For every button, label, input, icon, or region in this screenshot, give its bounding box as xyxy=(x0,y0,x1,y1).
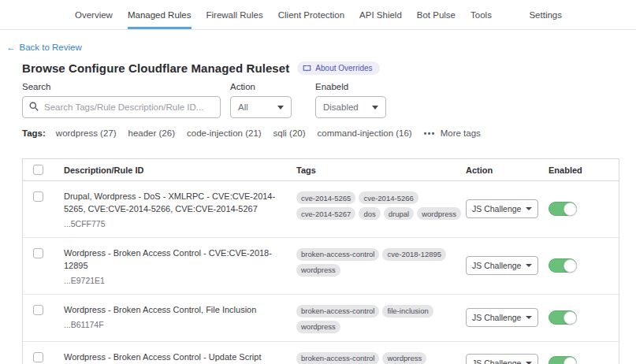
table-row: Drupal, Wordpress - DoS - XMLRPC - CVE:C… xyxy=(23,181,619,238)
rule-description: Drupal, Wordpress - DoS - XMLRPC - CVE:C… xyxy=(64,191,288,216)
rule-tags: broken-access-controlfile-inclusionwordp… xyxy=(296,295,466,341)
rule-action-value: JS Challenge xyxy=(472,313,521,322)
rule-enabled-toggle[interactable] xyxy=(549,202,577,216)
table-row: Wordpress - Broken Access Control - Upda… xyxy=(23,342,619,364)
tab-settings[interactable]: Settings xyxy=(529,0,562,29)
back-arrow-icon: ← xyxy=(6,43,16,52)
rule-tags: broken-access-controlcve-2018-12895wordp… xyxy=(296,238,466,284)
tag-pill: wordpress xyxy=(296,321,340,333)
search-input[interactable]: Search Tags/Rule Description/Rule ID... xyxy=(22,96,221,118)
tag-pill: cve-2014-5266 xyxy=(359,191,418,204)
action-filter-value: All xyxy=(238,102,248,112)
tag-filter-link[interactable]: command-injection (16) xyxy=(318,128,412,138)
rule-id: ...B61174F xyxy=(64,320,288,329)
tab-tools[interactable]: Tools xyxy=(470,0,492,29)
top-navigation: OverviewManaged RulesFirewall RulesClien… xyxy=(0,0,636,30)
row-checkbox[interactable] xyxy=(33,352,43,362)
rule-action-value: JS Challenge xyxy=(472,204,521,214)
tag-pill: drupal xyxy=(384,207,414,220)
page-title: Browse Configure Cloudflare Managed Rule… xyxy=(22,61,289,75)
tag-pill: broken-access-control xyxy=(296,248,379,261)
tag-pill: cve-2014-5267 xyxy=(296,207,355,220)
rule-action-select[interactable]: JS Challenge xyxy=(466,199,538,218)
rule-enabled-toggle[interactable] xyxy=(549,258,577,273)
tag-pill: cve-2018-12895 xyxy=(382,248,446,261)
rule-action-value: JS Challenge xyxy=(472,358,521,364)
about-overrides-label: About Overrides xyxy=(315,64,372,72)
toggle-knob xyxy=(563,202,577,216)
rule-tags: cve-2014-5265cve-2014-5266cve-2014-5267d… xyxy=(296,181,466,228)
tab-firewall-rules[interactable]: Firewall Rules xyxy=(206,0,263,29)
enabled-filter-label: Enabeld xyxy=(315,82,386,91)
chevron-down-icon xyxy=(372,106,378,110)
toggle-knob xyxy=(563,311,577,325)
tab-bot-pulse[interactable]: Bot Pulse xyxy=(417,0,456,29)
chevron-down-icon xyxy=(277,106,284,110)
tag-pill: broken-access-control xyxy=(296,352,379,364)
rule-action-select[interactable]: JS Challenge xyxy=(466,354,538,364)
column-header-action: Action xyxy=(466,165,549,175)
tag-filter-link[interactable]: sqli (20) xyxy=(273,128,306,138)
toggle-knob xyxy=(563,259,577,273)
tag-filter-link[interactable]: code-injection (21) xyxy=(187,128,262,138)
rule-description: Wordpress - Broken Access Control - CVE:… xyxy=(64,247,288,273)
tag-pill: wordpress xyxy=(296,264,340,277)
row-checkbox[interactable] xyxy=(33,248,43,258)
tag-pill: file-inclusion xyxy=(382,305,433,318)
table-row: Wordpress - Broken Access Control - CVE:… xyxy=(23,238,619,295)
search-icon xyxy=(29,100,39,114)
more-tags-label: More tags xyxy=(441,128,481,138)
rule-id: ...E9721E1 xyxy=(64,276,288,285)
table-row: Wordpress - Broken Access Control, File … xyxy=(23,295,619,342)
column-header-enabled: Enabled xyxy=(549,165,619,175)
action-filter-select[interactable]: All xyxy=(230,96,292,118)
tab-overview[interactable]: Overview xyxy=(75,0,113,29)
chevron-down-icon xyxy=(526,316,532,319)
back-link-label: Back to Review xyxy=(20,43,82,52)
enabled-filter-value: Disabled xyxy=(323,102,359,112)
tag-pill: dos xyxy=(359,207,380,220)
column-header-description: Description/Rule ID xyxy=(64,165,296,175)
ellipsis-icon: ••• xyxy=(424,129,436,138)
rule-enabled-toggle[interactable] xyxy=(549,356,577,364)
book-icon xyxy=(303,65,311,72)
search-label: Search xyxy=(22,82,221,91)
rule-action-select[interactable]: JS Challenge xyxy=(466,308,538,327)
tag-filter-link[interactable]: wordpress (27) xyxy=(56,128,117,138)
action-filter-label: Action xyxy=(230,82,292,91)
rule-id: ...5CFF775 xyxy=(64,219,288,228)
toggle-knob xyxy=(563,357,577,364)
select-all-checkbox[interactable] xyxy=(33,165,43,175)
about-overrides-badge[interactable]: About Overrides xyxy=(297,61,379,75)
tab-managed-rules[interactable]: Managed Rules xyxy=(128,0,192,29)
tag-filter-link[interactable]: header (26) xyxy=(128,128,175,138)
row-checkbox[interactable] xyxy=(33,191,43,202)
tab-api-shield[interactable]: API Shield xyxy=(359,0,402,29)
row-checkbox[interactable] xyxy=(33,305,43,315)
rule-description: Wordpress - Broken Access Control, File … xyxy=(64,304,288,317)
enabled-filter-select[interactable]: Disabled xyxy=(315,96,386,118)
tag-pill: broken-access-control xyxy=(296,305,379,318)
chevron-down-icon xyxy=(526,264,532,267)
nav-tabs: OverviewManaged RulesFirewall RulesClien… xyxy=(75,0,492,29)
rule-tags: broken-access-controlwordpress xyxy=(296,342,466,364)
rule-action-value: JS Challenge xyxy=(472,261,521,270)
rule-action-select[interactable]: JS Challenge xyxy=(466,256,538,275)
tag-pill: wordpress xyxy=(417,207,461,220)
managed-rules-table: Description/Rule ID Tags Action Enabled … xyxy=(22,158,619,364)
column-header-tags: Tags xyxy=(296,165,466,175)
tag-pill: wordpress xyxy=(382,352,426,364)
more-tags-button[interactable]: ••• More tags xyxy=(424,128,481,138)
search-placeholder: Search Tags/Rule Description/Rule ID... xyxy=(44,102,203,112)
rule-enabled-toggle[interactable] xyxy=(549,310,577,325)
back-to-review-link[interactable]: ← Back to Review xyxy=(6,43,636,52)
chevron-down-icon xyxy=(526,207,532,210)
rule-description: Wordpress - Broken Access Control - Upda… xyxy=(64,351,288,364)
table-body: Drupal, Wordpress - DoS - XMLRPC - CVE:C… xyxy=(23,181,619,364)
tags-bar-label: Tags: xyxy=(22,128,46,138)
tag-links: wordpress (27)header (26)code-injection … xyxy=(56,128,412,138)
table-header-row: Description/Rule ID Tags Action Enabled xyxy=(23,159,619,181)
tag-pill: cve-2014-5265 xyxy=(296,191,355,204)
tab-client-protection[interactable]: Client Protection xyxy=(278,0,344,29)
